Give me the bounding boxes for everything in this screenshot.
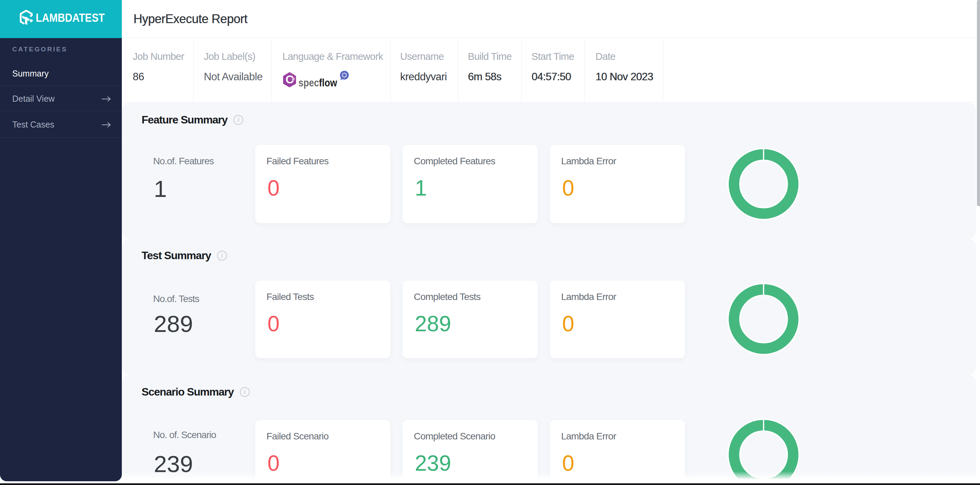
svg-text:specflow: specflow [298, 76, 337, 89]
svg-text:#: # [292, 76, 295, 82]
